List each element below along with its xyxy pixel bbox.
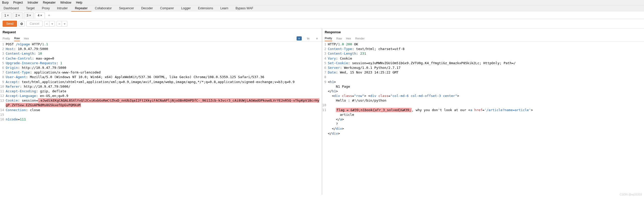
line-number: 16 [0, 117, 6, 122]
code-line: Hello : #!/usr/bin/python [322, 98, 644, 103]
code-content[interactable]: Set-Cookie: session=eyJuMWNvZGUiOm51bGx9… [328, 61, 644, 65]
line-number: 8 [322, 75, 328, 79]
menu-window[interactable]: Window [60, 1, 71, 4]
line-number: 9 [0, 80, 6, 84]
code-content[interactable]: Content-Type: text/html; charset=utf-8 [328, 47, 644, 51]
code-content[interactable]: User-Agent: Mozilla/5.0 (Windows NT 10.0… [6, 75, 322, 79]
code-content[interactable]: Accept: text/html,application/xhtml+xml,… [6, 80, 322, 84]
subtab[interactable]: 1 × [2, 12, 12, 18]
code-content[interactable]: Referer: http://10.9.47.79:5000/ [6, 84, 322, 89]
code-line: 1HTTP/1.0 200 OK [322, 42, 644, 47]
menu-help[interactable]: Help [76, 1, 82, 4]
view-tab-raw[interactable]: Raw [336, 36, 342, 41]
nav-back-button[interactable]: < [44, 21, 50, 26]
view-tab-hex[interactable]: Hex [24, 36, 29, 41]
code-content[interactable]: </a> [328, 117, 644, 122]
code-content[interactable]: Content-Length: 231 [328, 51, 644, 56]
add-tab-button[interactable]: + [46, 12, 52, 18]
code-content[interactable]: <h1> [328, 80, 644, 84]
code-content[interactable]: </div> [328, 126, 644, 131]
code-content[interactable]: Accept-Language: en-US,en;q=0.9 [6, 94, 322, 98]
hamburger-icon[interactable]: ≡ [315, 36, 319, 41]
line-number: 6 [0, 65, 6, 70]
code-content[interactable]: HTTP/1.0 200 OK [328, 42, 644, 47]
code-line: 12Accept-Language: en-US,en;q=0.9 [0, 94, 322, 98]
code-line: 6Origin: http://10.9.47.79:5000 [0, 65, 322, 70]
code-content[interactable]: Accept-Encoding: gzip, deflate [6, 89, 322, 94]
code-content[interactable]: Host: 10.9.47.79:5000 [6, 47, 322, 51]
view-tab-raw[interactable]: Raw [14, 36, 20, 41]
code-content[interactable]: </h1> [328, 89, 644, 94]
code-content[interactable]: Vary: Cookie [328, 56, 644, 61]
tab-proxy[interactable]: Proxy [38, 5, 53, 12]
line-number: 3 [0, 51, 6, 56]
view-tab-hex[interactable]: Hex [346, 36, 351, 41]
code-content[interactable]: POST /n1page HTTP/1.1 [6, 42, 322, 47]
tab-dashboard[interactable]: Dashboard [0, 5, 22, 12]
code-line: 10 [322, 103, 644, 108]
tab-target[interactable]: Target [22, 5, 38, 12]
subtab[interactable]: 4 × [35, 12, 45, 18]
code-content[interactable]: Connection: close [6, 108, 322, 112]
code-content[interactable]: Date: Wed, 15 Nov 2023 14:25:22 GMT [328, 70, 644, 75]
tab-decoder[interactable]: Decoder [138, 5, 156, 12]
tab-sequencer[interactable]: Sequencer [115, 5, 138, 12]
code-content[interactable]: </div> [328, 131, 644, 136]
tab-repeater[interactable]: Repeater [71, 5, 91, 12]
menu-project[interactable]: Project [13, 1, 23, 4]
nav-forward-dropdown[interactable]: ▾ [62, 21, 67, 26]
gear-icon: ⚙ [20, 22, 23, 26]
code-line: 14Connection: close [0, 108, 322, 112]
tab-extensions[interactable]: Extensions [194, 5, 217, 12]
code-content[interactable]: Cache-Control: max-age=0 [6, 56, 322, 61]
code-content[interactable]: ? [328, 122, 644, 126]
tab-learn[interactable]: Learn [217, 5, 232, 12]
code-content[interactable]: Origin: http://10.9.47.79:5000 [6, 65, 322, 70]
line-number: 5 [0, 61, 6, 65]
code-line: 3Content-Length: 10 [0, 51, 322, 56]
main-toolbar: DashboardTargetProxyIntruderRepeaterColl… [0, 5, 644, 12]
line-number: 9 [322, 80, 328, 84]
nav-back-dropdown[interactable]: ▾ [50, 21, 55, 26]
menu-repeater[interactable]: Repeater [43, 1, 55, 4]
code-content[interactable]: Upgrade-Insecure-Requests: 1 [6, 61, 322, 65]
tab-intruder[interactable]: Intruder [53, 5, 71, 12]
code-content[interactable]: Server: Werkzeug/1.0.1 Python/2.7.17 [328, 65, 644, 70]
menu-intruder[interactable]: Intruder [28, 1, 38, 4]
tab-logger[interactable]: Logger [178, 5, 194, 12]
tab-bypass-waf[interactable]: Bypass WAF [232, 5, 257, 12]
code-content[interactable]: Content-Type: application/x-www-form-url… [6, 70, 322, 75]
inspector-icon[interactable]: ≡ [297, 36, 302, 40]
code-content[interactable]: article [328, 112, 644, 117]
code-content[interactable]: n1code=111 [6, 117, 322, 122]
view-tab-render[interactable]: Render [355, 36, 364, 41]
settings-button[interactable]: ⚙ [19, 21, 25, 27]
line-number: 4 [322, 56, 328, 61]
send-button[interactable]: Send [3, 21, 17, 27]
code-content[interactable]: Hello : #!/usr/bin/python [328, 98, 644, 103]
line-number: 5 [322, 61, 328, 65]
subtab[interactable]: 3 × [24, 12, 34, 18]
code-content[interactable]: <div class="row"> <div class="col-md-6 c… [328, 94, 644, 98]
code-content[interactable]: Content-Length: 10 [6, 51, 322, 56]
line-number: 11 [322, 108, 328, 112]
tab-comparer[interactable]: Comparer [156, 5, 177, 12]
line-number: 10 [322, 103, 328, 108]
code-content[interactable]: N1 Page [328, 84, 644, 89]
nav-forward-button[interactable]: > [57, 21, 62, 26]
view-tab-pretty[interactable]: Pretty [325, 36, 332, 41]
tab-collaborator[interactable]: Collaborator [91, 5, 115, 12]
code-content[interactable]: flag = &#39;n1book{afr_3_solved}&#39;, w… [328, 108, 644, 112]
code-line: 3Content-Length: 231 [322, 51, 644, 56]
code-content[interactable]: Cookie: session=.eJwdikEKgCAQAL8SXlYvQl2… [6, 98, 322, 108]
code-line: 8User-Agent: Mozilla/5.0 (Windows NT 10.… [0, 75, 322, 79]
view-tab-pretty[interactable]: Pretty [3, 36, 10, 41]
request-editor[interactable]: 1POST /n1page HTTP/1.12Host: 10.9.47.79:… [0, 42, 322, 195]
response-editor[interactable]: 1HTTP/1.0 200 OK2Content-Type: text/html… [322, 42, 644, 195]
code-line: 9Accept: text/html,application/xhtml+xml… [0, 80, 322, 84]
subtab[interactable]: 2 × [13, 12, 23, 18]
newline-icon[interactable]: \n [306, 36, 311, 41]
cancel-button[interactable]: Cancel [26, 21, 43, 27]
code-line: 11Accept-Encoding: gzip, deflate [0, 89, 322, 94]
menu-burp[interactable]: Burp [2, 1, 9, 4]
